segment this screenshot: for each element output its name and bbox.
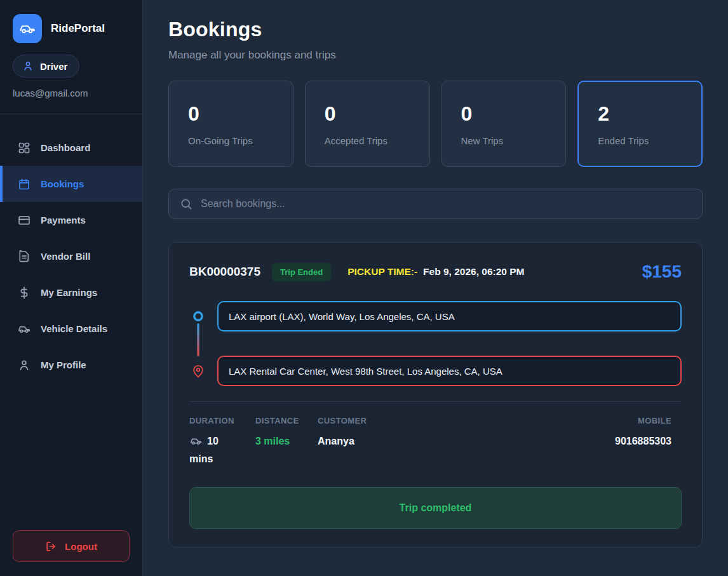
mobile-value: 9016885303	[615, 432, 671, 450]
brand-name: RidePortal	[51, 22, 105, 35]
route-section: LAX airport (LAX), World Way, Los Angele…	[189, 301, 682, 386]
page-title: Bookings	[168, 18, 703, 41]
nav-label: Bookings	[41, 178, 84, 189]
nav-label: Dashboard	[41, 142, 90, 153]
search-icon	[180, 198, 192, 210]
trip-status-badge: Trip Ended	[272, 263, 331, 281]
trip-completed-button[interactable]: Trip completed	[189, 487, 682, 529]
app-root: RidePortal Driver lucas@gmail.com Dashbo…	[0, 0, 728, 576]
sidebar-item-payments[interactable]: Payments	[0, 202, 142, 238]
stat-label: On-Going Trips	[188, 135, 274, 146]
car-icon	[18, 323, 30, 335]
pickup-time-label: PICKUP TIME:-	[347, 266, 417, 278]
booking-card: BK00000375 Trip Ended PICKUP TIME:- Feb …	[168, 242, 703, 547]
logout-icon	[45, 540, 57, 553]
dollar-icon	[18, 286, 30, 299]
section-divider	[189, 401, 682, 402]
logout-button[interactable]: Logout	[13, 530, 130, 562]
sidebar-nav: Dashboard Bookings Payments Vendor Bill …	[0, 114, 142, 383]
logout-label: Logout	[65, 541, 97, 552]
nav-label: My Profile	[41, 359, 86, 370]
role-label: Driver	[40, 61, 67, 72]
sidebar-item-vehicle-details[interactable]: Vehicle Details	[0, 311, 142, 347]
nav-label: My Earnings	[41, 287, 97, 298]
user-icon	[22, 60, 34, 72]
duration-column: DURATION 10 mins	[189, 416, 255, 468]
stat-label: Accepted Trips	[325, 135, 410, 146]
stat-value: 2	[598, 102, 682, 126]
stat-value: 0	[461, 102, 547, 126]
duration-label: DURATION	[189, 416, 255, 425]
sidebar-spacer	[0, 383, 142, 530]
nav-label: Vendor Bill	[41, 251, 90, 262]
pickup-marker-icon	[194, 312, 202, 320]
nav-label: Payments	[41, 215, 86, 225]
stat-value: 0	[325, 102, 410, 126]
booking-header: BK00000375 Trip Ended PICKUP TIME:- Feb …	[189, 262, 682, 282]
document-icon	[18, 250, 30, 263]
sidebar: RidePortal Driver lucas@gmail.com Dashbo…	[0, 0, 143, 576]
mobile-column: MOBILE 9016885303	[615, 416, 682, 468]
user-icon	[18, 359, 30, 372]
sidebar-item-dashboard[interactable]: Dashboard	[0, 130, 142, 166]
stat-label: New Trips	[461, 135, 547, 146]
duration-value: 10 mins	[189, 432, 240, 468]
distance-column: DISTANCE 3 miles	[255, 416, 318, 468]
stat-card-ongoing-trips[interactable]: 0 On-Going Trips	[168, 81, 293, 167]
profile-section: RidePortal Driver lucas@gmail.com	[0, 0, 142, 114]
pickup-location-field[interactable]: LAX airport (LAX), World Way, Los Angele…	[217, 301, 682, 332]
customer-label: CUSTOMER	[318, 416, 615, 425]
sidebar-item-vendor-bill[interactable]: Vendor Bill	[0, 238, 142, 274]
pickup-time-value: Feb 9, 2026, 06:20 PM	[423, 266, 524, 278]
brand: RidePortal	[13, 14, 130, 43]
stat-card-accepted-trips[interactable]: 0 Accepted Trips	[305, 81, 430, 167]
booking-id: BK00000375	[189, 265, 260, 279]
car-icon	[189, 435, 203, 447]
distance-value: 3 miles	[255, 432, 318, 450]
search-bar[interactable]	[168, 189, 703, 219]
rideportal-logo-car-icon	[13, 14, 42, 43]
trip-price: $155	[642, 262, 682, 282]
nav-label: Vehicle Details	[41, 323, 107, 334]
page-subtitle: Manage all your bookings and trips	[168, 49, 703, 62]
stat-card-new-trips[interactable]: 0 New Trips	[442, 81, 567, 167]
sidebar-item-my-profile[interactable]: My Profile	[0, 347, 142, 383]
calendar-icon	[18, 178, 30, 191]
dropoff-location-field[interactable]: LAX Rental Car Center, West 98th Street,…	[217, 356, 682, 386]
dashboard-icon	[18, 142, 30, 154]
sidebar-item-bookings[interactable]: Bookings	[0, 166, 142, 202]
stat-card-ended-trips[interactable]: 2 Ended Trips	[577, 81, 703, 167]
stat-label: Ended Trips	[598, 135, 682, 146]
driver-role-badge: Driver	[13, 55, 79, 77]
credit-card-icon	[18, 214, 30, 227]
search-input[interactable]	[201, 198, 691, 210]
customer-value: Ananya	[318, 432, 615, 450]
stat-value: 0	[188, 102, 274, 126]
dropoff-pin-icon	[194, 366, 203, 377]
distance-label: DISTANCE	[255, 416, 318, 425]
stats-row: 0 On-Going Trips 0 Accepted Trips 0 New …	[168, 81, 703, 167]
sidebar-item-my-earnings[interactable]: My Earnings	[0, 274, 142, 311]
mobile-label: MOBILE	[615, 416, 671, 425]
route-markers	[191, 301, 206, 386]
main-content: Bookings Manage all your bookings and tr…	[143, 0, 728, 576]
customer-column: CUSTOMER Ananya	[318, 416, 615, 468]
trip-details: DURATION 10 mins DISTANCE 3 miles CUSTOM…	[189, 416, 682, 468]
user-email: lucas@gmail.com	[13, 88, 130, 98]
